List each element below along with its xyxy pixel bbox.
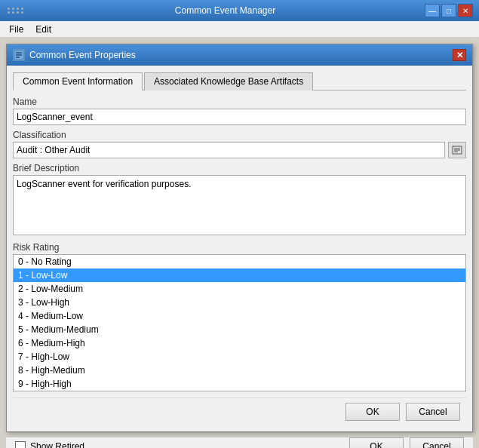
name-field-group: Name: [13, 97, 466, 125]
classification-field-group: Classification: [13, 130, 466, 158]
dialog-close-button[interactable]: ✕: [453, 49, 466, 61]
risk-item[interactable]: 5 - Medium-Medium: [14, 323, 465, 336]
risk-rating-section: Risk Rating 0 - No Rating1 - Low-Low2 - …: [13, 242, 466, 391]
risk-rating-listbox[interactable]: 0 - No Rating1 - Low-Low2 - Low-Medium3 …: [13, 254, 466, 391]
classification-browse-button[interactable]: [448, 142, 466, 158]
bottom-ok-button[interactable]: OK: [349, 437, 404, 448]
name-label: Name: [13, 97, 466, 107]
risk-item[interactable]: 9 - High-High: [14, 377, 465, 391]
risk-rating-label: Risk Rating: [13, 242, 466, 253]
dialog-title-left: Common Event Properties: [13, 49, 136, 61]
risk-item[interactable]: 2 - Low-Medium: [14, 282, 465, 296]
maximize-button[interactable]: □: [441, 4, 456, 17]
dialog-content: Common Event Information Associated Know…: [7, 66, 472, 431]
description-label: Brief Description: [13, 163, 466, 173]
dialog-ok-button[interactable]: OK: [345, 403, 400, 421]
risk-item[interactable]: 4 - Medium-Low: [14, 309, 465, 323]
menu-bar: File Edit: [0, 21, 479, 38]
risk-item[interactable]: 6 - Medium-High: [14, 336, 465, 350]
description-textarea[interactable]: LogScanner event for verification purpos…: [13, 175, 466, 235]
dialog-action-buttons: OK Cancel: [13, 397, 466, 425]
common-event-properties-dialog: Common Event Properties ✕ Common Event I…: [6, 44, 473, 432]
window-title-bar: Common Event Manager — □ ✕: [0, 0, 479, 21]
menu-edit[interactable]: Edit: [29, 23, 57, 36]
tabs-container: Common Event Information Associated Know…: [13, 72, 466, 91]
bottom-bar: Show Retired OK Cancel: [6, 437, 473, 448]
drag-handle: [6, 6, 26, 15]
bottom-cancel-button[interactable]: Cancel: [410, 437, 464, 448]
description-field-group: Brief Description LogScanner event for v…: [13, 163, 466, 238]
tab-associated-knowledge-base-artifacts[interactable]: Associated Knowledge Base Artifacts: [144, 72, 313, 91]
bottom-buttons: OK Cancel: [349, 437, 464, 448]
main-area: Common Event Properties ✕ Common Event I…: [0, 38, 479, 448]
show-retired-label: Show Retired: [30, 441, 84, 448]
form-section: Name Classification: [13, 97, 466, 391]
show-retired-group: Show Retired: [15, 441, 84, 448]
menu-file[interactable]: File: [3, 23, 29, 36]
name-input[interactable]: [13, 109, 466, 125]
classification-label: Classification: [13, 130, 466, 140]
dialog-title: Common Event Properties: [29, 50, 136, 60]
show-retired-checkbox[interactable]: [15, 441, 26, 448]
minimize-button[interactable]: —: [425, 4, 440, 17]
close-button[interactable]: ✕: [458, 4, 473, 17]
risk-item[interactable]: 3 - Low-High: [14, 296, 465, 309]
classification-input[interactable]: [13, 142, 445, 158]
dialog-icon: [13, 49, 25, 61]
dialog-title-bar: Common Event Properties ✕: [7, 44, 472, 66]
tab-common-event-information[interactable]: Common Event Information: [13, 72, 143, 91]
classification-row: [13, 142, 466, 158]
risk-item[interactable]: 8 - High-Medium: [14, 364, 465, 377]
window-title: Common Event Manager: [26, 5, 425, 16]
window-controls: — □ ✕: [425, 4, 473, 17]
risk-item[interactable]: 7 - High-Low: [14, 350, 465, 364]
dialog-cancel-button[interactable]: Cancel: [406, 403, 460, 421]
risk-item[interactable]: 1 - Low-Low: [14, 268, 465, 282]
risk-item[interactable]: 0 - No Rating: [14, 255, 465, 268]
